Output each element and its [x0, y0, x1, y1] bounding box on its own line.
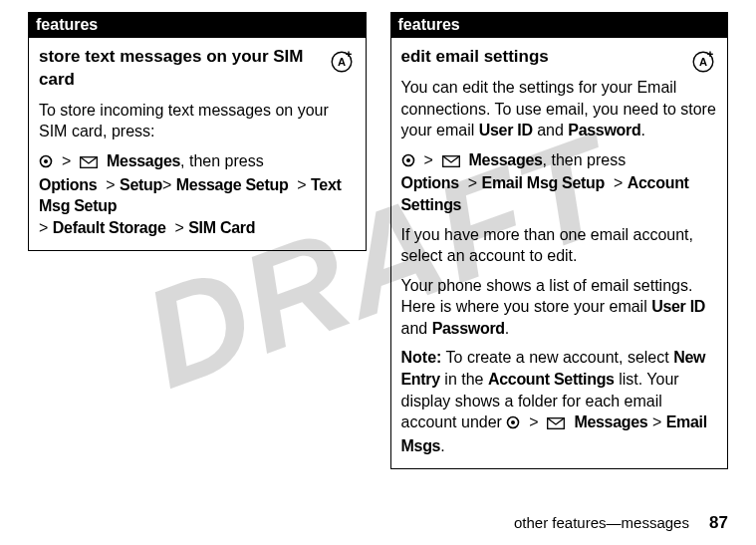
page-content: features A store text messages on your S…: [0, 0, 756, 469]
note-text-a: To create a new account, select: [441, 349, 673, 366]
right-p1: You can edit the settings for your Email…: [401, 77, 718, 141]
default-storage-label: Default Storage: [53, 219, 166, 236]
then-press-text: , then press: [180, 152, 264, 169]
left-feature-title: store text messages on your SIM card: [39, 46, 356, 92]
password-label: Password: [432, 320, 505, 337]
svg-point-15: [511, 420, 515, 424]
userid-label: User ID: [479, 122, 533, 138]
note-text-e: .: [440, 437, 444, 454]
note-text-b: in the: [440, 371, 488, 388]
p3-text-c: .: [505, 320, 509, 337]
center-key-icon: [39, 152, 53, 174]
p3-text-a: Your phone shows a list of email setting…: [401, 277, 693, 316]
accessibility-icon: A: [689, 48, 717, 82]
messages-label: Messages: [574, 413, 647, 430]
page-number: 87: [709, 513, 728, 532]
right-feature-box: A edit email settings You can edit the s…: [390, 38, 729, 469]
sim-card-label: SIM Card: [188, 219, 255, 236]
right-nav-path: > Messages, then press Options > Email M…: [401, 149, 718, 216]
svg-text:A: A: [337, 56, 345, 68]
right-p2: If you have more than one email account,…: [401, 224, 718, 267]
envelope-icon: [442, 151, 460, 173]
messages-label: Messages: [107, 152, 180, 169]
envelope-icon: [80, 152, 98, 174]
center-key-icon: [401, 151, 415, 173]
page-footer: other features—messages 87: [514, 513, 728, 533]
footer-section: other features—messages: [514, 514, 689, 531]
setup-label: Setup: [120, 176, 162, 193]
svg-point-5: [44, 159, 48, 163]
note-text-d: >: [647, 413, 665, 430]
email-msg-setup-label: Email Msg Setup: [482, 174, 606, 191]
options-label: Options: [401, 174, 459, 191]
left-column: features A store text messages on your S…: [28, 12, 367, 469]
right-p3: Your phone shows a list of email setting…: [401, 275, 718, 340]
right-features-header: features: [390, 12, 729, 38]
message-setup-label: Message Setup: [176, 176, 289, 193]
password-label: Password: [568, 122, 640, 138]
svg-point-12: [406, 158, 410, 162]
messages-label: Messages: [469, 151, 543, 168]
userid-label: User ID: [651, 298, 705, 315]
p3-text-b: and: [401, 320, 432, 337]
left-nav-path: > Messages, then press Options > Setup> …: [39, 150, 356, 238]
p1-text-b: and: [533, 122, 569, 138]
options-label: Options: [39, 176, 97, 193]
note-label: Note:: [401, 349, 442, 366]
envelope-icon: [547, 413, 565, 435]
right-column: features A edit email settings You can e…: [390, 12, 729, 469]
then-press-text: , then press: [543, 151, 627, 168]
accessibility-icon: A: [328, 48, 356, 82]
right-feature-title: edit email settings: [401, 46, 718, 69]
left-features-header: features: [28, 12, 367, 38]
left-intro-text: To store incoming text messages on your …: [39, 100, 356, 142]
right-note: Note: To create a new account, select Ne…: [401, 347, 718, 456]
p1-text-c: .: [640, 122, 644, 138]
left-feature-box: A store text messages on your SIM card T…: [28, 38, 367, 251]
svg-text:A: A: [699, 56, 707, 68]
center-key-icon: [506, 413, 520, 435]
account-settings-label: Account Settings: [488, 371, 615, 388]
